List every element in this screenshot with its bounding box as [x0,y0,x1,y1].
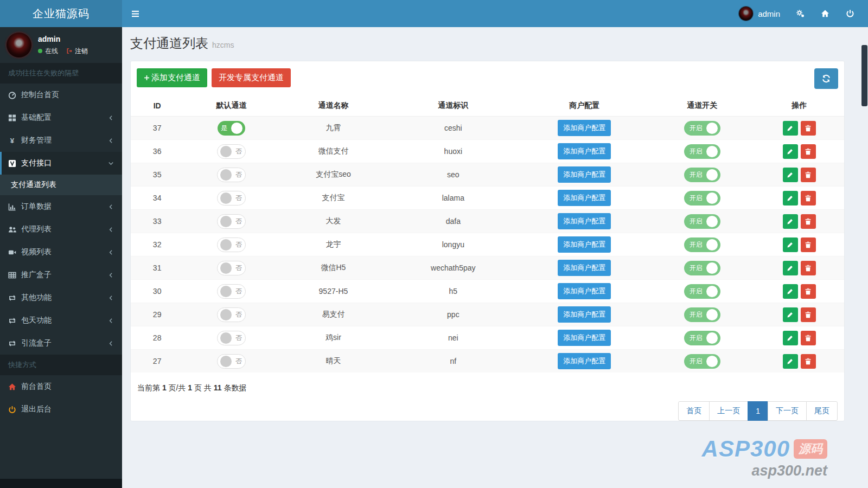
sidebar-toggle-button[interactable] [122,0,148,27]
default-toggle-on[interactable]: 是 [218,121,245,136]
default-toggle-off[interactable]: 否 [217,237,246,252]
pagination-current-page[interactable]: 1 [748,401,768,421]
add-merchant-config-button[interactable]: 添加商户配置 [558,236,611,253]
sidebar-item-label: 代理列表 [21,224,108,234]
channel-switch-on[interactable]: 开启 [684,354,720,369]
default-toggle-off[interactable]: 否 [217,354,246,369]
chevron-down-icon [108,160,116,166]
default-toggle-off[interactable]: 否 [217,284,246,299]
default-toggle-off[interactable]: 否 [217,168,246,182]
add-merchant-config-button[interactable]: 添加商户配置 [558,306,611,323]
delete-button[interactable] [801,284,816,299]
edit-button[interactable] [783,261,798,275]
sidebar-item[interactable]: 视频列表 [0,241,122,264]
cell-actions [754,210,844,233]
channel-switch-on[interactable]: 开启 [684,191,720,206]
chevron-left-icon [108,138,116,144]
pagination-button[interactable]: 上一页 [709,401,748,421]
sidebar-item[interactable]: 订单数据 [0,195,122,218]
add-merchant-config-button[interactable]: 添加商户配置 [558,260,611,276]
settings-button[interactable] [788,0,813,27]
watermark-badge: 源码 [794,439,827,459]
channel-switch-on[interactable]: 开启 [684,331,720,345]
add-merchant-config-button[interactable]: 添加商户配置 [558,283,611,299]
default-toggle-off[interactable]: 否 [217,191,246,206]
column-header: 默认通道 [183,95,279,117]
delete-button[interactable] [801,191,816,206]
cell-name: 支付宝seo [279,163,388,187]
channel-switch-on[interactable]: 开启 [684,237,720,252]
cell-config: 添加商户配置 [519,187,650,210]
edit-button[interactable] [783,121,798,136]
add-channel-button[interactable]: 添加支付通道 [137,68,207,87]
sidebar-item[interactable]: 其他功能 [0,286,122,309]
sidebar-item[interactable]: 引流盒子 [0,332,122,355]
delete-button[interactable] [801,354,816,369]
channel-switch-on[interactable]: 开启 [684,307,720,322]
edit-button[interactable] [783,237,798,252]
edit-button[interactable] [783,354,798,369]
delete-button[interactable] [801,121,816,136]
delete-button[interactable] [801,237,816,252]
tachometer-icon [8,91,21,99]
pagination-button[interactable]: 尾页 [806,401,838,421]
edit-button[interactable] [783,168,798,182]
default-toggle-off[interactable]: 否 [217,307,246,322]
trash-icon [805,195,812,202]
dev-channel-button[interactable]: 开发专属支付通道 [212,68,291,87]
default-toggle-off[interactable]: 否 [217,214,246,229]
sidebar-item[interactable]: 基础配置 [0,106,122,129]
channel-switch-on[interactable]: 开启 [684,214,720,229]
channel-switch-on[interactable]: 开启 [684,121,720,136]
add-merchant-config-button[interactable]: 添加商户配置 [558,120,611,136]
sidebar-item[interactable]: ¥财务管理 [0,129,122,152]
sidebar-item[interactable]: 支付接口 [0,152,122,175]
channel-switch-on[interactable]: 开启 [684,144,720,159]
sidebar-logout-link[interactable]: 注销 [66,47,88,56]
cell-name: 支付宝 [279,187,388,210]
user-menu[interactable]: admin [731,0,788,27]
refresh-button[interactable] [814,68,838,89]
pagination-button[interactable]: 首页 [678,401,710,421]
sidebar-shortcut-item[interactable]: 前台首页 [0,375,122,398]
default-toggle-off[interactable]: 否 [217,144,246,159]
sidebar-item[interactable]: 推广盒子 [0,264,122,286]
channel-switch-on[interactable]: 开启 [684,261,720,275]
add-merchant-config-button[interactable]: 添加商户配置 [558,353,611,369]
default-toggle-off[interactable]: 否 [217,261,246,275]
edit-button[interactable] [783,331,798,345]
delete-button[interactable] [801,261,816,275]
edit-button[interactable] [783,191,798,206]
home-button[interactable] [813,0,838,27]
channel-switch-on[interactable]: 开启 [684,284,720,299]
cell-default: 是 [183,117,279,140]
add-merchant-config-button[interactable]: 添加商户配置 [558,143,611,159]
edit-button[interactable] [783,144,798,159]
delete-button[interactable] [801,214,816,229]
app-logo[interactable]: 企业猫源码 [0,0,122,27]
add-merchant-config-button[interactable]: 添加商户配置 [558,190,611,206]
add-merchant-config-button[interactable]: 添加商户配置 [558,330,611,346]
sidebar-subitem[interactable]: 支付通道列表 [0,175,122,195]
sidebar-shortcut-item[interactable]: 退出后台 [0,398,122,421]
delete-button[interactable] [801,168,816,182]
sidebar-item-label: 前台首页 [21,382,116,391]
pagination-button[interactable]: 下一页 [768,401,807,421]
add-merchant-config-button[interactable]: 添加商户配置 [558,213,611,229]
delete-button[interactable] [801,331,816,345]
edit-button[interactable] [783,307,798,322]
sidebar-item[interactable]: 包天功能 [0,309,122,332]
scrollbar-thumb[interactable] [861,45,867,106]
default-toggle-off[interactable]: 否 [217,331,246,345]
delete-button[interactable] [801,307,816,322]
pencil-icon [787,311,794,318]
sidebar-item[interactable]: 控制台首页 [0,84,122,106]
channel-switch-on[interactable]: 开启 [684,168,720,182]
sidebar-item[interactable]: 代理列表 [0,218,122,241]
add-merchant-config-button[interactable]: 添加商户配置 [558,166,611,183]
logout-button[interactable] [838,0,863,27]
delete-button[interactable] [801,144,816,159]
edit-button[interactable] [783,284,798,299]
edit-button[interactable] [783,214,798,229]
bar-chart-icon [8,203,21,211]
